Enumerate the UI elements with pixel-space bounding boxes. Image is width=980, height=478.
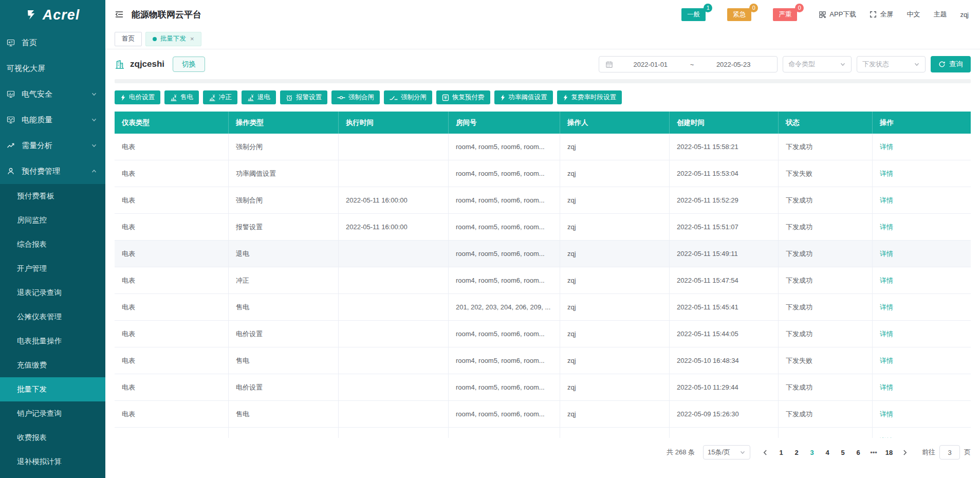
- alarm-badge-general[interactable]: 一般1: [681, 8, 706, 21]
- action-alarm-setting-button[interactable]: 报警设置: [280, 90, 327, 104]
- lightning-icon: [563, 94, 568, 101]
- action-force-close-switch-button[interactable]: 强制合闸: [331, 90, 380, 104]
- cell-operator: zqj: [560, 187, 670, 213]
- topbar-user[interactable]: zqj: [960, 11, 969, 19]
- date-range-picker[interactable]: 2022-01-01 ~ 2022-05-23: [599, 56, 778, 72]
- section-divider: [115, 79, 971, 83]
- detail-link[interactable]: 详情: [880, 196, 893, 204]
- close-icon[interactable]: ×: [190, 35, 194, 43]
- action-price-setting-button[interactable]: 电价设置: [115, 90, 160, 104]
- sidebar-item-big-screen[interactable]: 可视化大屏: [0, 56, 105, 81]
- sidebar-subitem[interactable]: 电表批量操作: [0, 329, 105, 353]
- sidebar-subitem[interactable]: 公摊仪表管理: [0, 305, 105, 329]
- column-header-operator[interactable]: 操作人: [560, 112, 670, 134]
- column-header-action[interactable]: 操作: [873, 112, 971, 134]
- cell-exec: 2022-05-11 16:00:00: [339, 187, 449, 213]
- sidebar-item-demand-analysis[interactable]: 需量分析: [0, 133, 105, 158]
- sidebar-subitem[interactable]: 预付费看板: [0, 184, 105, 208]
- detail-link[interactable]: 详情: [880, 277, 893, 284]
- page-number-5[interactable]: 5: [837, 449, 848, 456]
- tab-batch-dispatch[interactable]: 批量下发×: [145, 32, 201, 46]
- cell-created: 2022-05-09 15:26:30: [670, 401, 779, 427]
- topbar-fullscreen[interactable]: 全屏: [870, 10, 893, 19]
- sidebar-subitem[interactable]: 退表记录查询: [0, 281, 105, 305]
- sidebar-subitem[interactable]: 充值缴费: [0, 353, 105, 377]
- alarm-badge-label: 一般: [681, 8, 706, 21]
- detail-link[interactable]: 详情: [880, 223, 893, 231]
- detail-link[interactable]: 详情: [880, 303, 893, 311]
- topbar-fullscreen-label: 全屏: [880, 10, 893, 19]
- command-type-placeholder: 命令类型: [788, 60, 815, 69]
- sidebar-item-power-quality[interactable]: 电能质量: [0, 107, 105, 133]
- detail-link[interactable]: 详情: [880, 410, 893, 418]
- action-power-threshold-button[interactable]: 功率阈值设置: [494, 90, 553, 104]
- next-page-button[interactable]: [901, 449, 908, 456]
- menu-fold-icon[interactable]: [115, 10, 124, 19]
- column-header-meter[interactable]: 仪表类型: [115, 112, 229, 134]
- chevron-down-icon: [840, 61, 846, 67]
- page-number-2[interactable]: 2: [791, 449, 802, 456]
- alarm-badge-urgent[interactable]: 紧急0: [727, 8, 751, 21]
- filter-row: zqjceshi 切换 2022-01-01 ~ 2022-05-23 命令类型…: [115, 49, 971, 79]
- detail-link[interactable]: 详情: [880, 330, 893, 338]
- column-header-exec[interactable]: 执行时间: [339, 112, 449, 134]
- sidebar-subitem[interactable]: 销户记录查询: [0, 401, 105, 426]
- alarm-badge-critical[interactable]: 严重0: [773, 8, 797, 21]
- pagination: 共 268 条15条/页123456•••18前往页: [115, 445, 971, 459]
- action-restore-prepaid-button[interactable]: 恢复预付费: [436, 90, 490, 104]
- date-start[interactable]: 2022-01-01: [613, 61, 688, 68]
- action-label: 售电: [180, 93, 193, 102]
- action-reversal-button[interactable]: 冲正: [203, 90, 237, 104]
- sidebar-subitem[interactable]: 开户管理: [0, 256, 105, 281]
- sidebar-subitem[interactable]: 房间监控: [0, 208, 105, 232]
- dispatch-status-select[interactable]: 下发状态: [857, 56, 926, 72]
- cell-created: 2022-05-10 16:48:34: [670, 347, 779, 374]
- command-type-select[interactable]: 命令类型: [783, 56, 852, 72]
- sidebar-item-electrical-safety[interactable]: 电气安全: [0, 81, 105, 107]
- switch-project-button[interactable]: 切换: [173, 57, 205, 72]
- sidebar-item-prepaid-management[interactable]: 预付费管理: [0, 158, 105, 184]
- column-header-created[interactable]: 创建时间: [670, 112, 779, 134]
- date-end[interactable]: 2022-05-23: [696, 61, 771, 68]
- page-number-3[interactable]: 3: [806, 449, 818, 456]
- goto-page-input[interactable]: [939, 445, 960, 459]
- detail-link[interactable]: 详情: [880, 383, 893, 391]
- sidebar-subitem[interactable]: 收费报表: [0, 426, 105, 450]
- query-button[interactable]: 查询: [931, 56, 971, 72]
- sidebar-subitem[interactable]: 批量下发: [0, 377, 105, 401]
- page-ellipsis[interactable]: •••: [868, 449, 879, 456]
- page-size-select[interactable]: 15条/页: [703, 445, 750, 459]
- action-force-open-switch-button[interactable]: 强制分闸: [384, 90, 432, 104]
- alarm-icon: [286, 94, 293, 101]
- page-number-4[interactable]: 4: [822, 449, 833, 456]
- prev-page-button[interactable]: [762, 449, 769, 456]
- column-header-status[interactable]: 状态: [779, 112, 873, 134]
- action-sell-power-button[interactable]: 售电: [164, 90, 199, 104]
- detail-link[interactable]: 详情: [880, 143, 893, 151]
- column-header-rooms[interactable]: 房间号: [449, 112, 560, 134]
- page-number-6[interactable]: 6: [853, 449, 864, 456]
- action-refund-power-button[interactable]: 退电: [242, 90, 276, 104]
- action-label: 强制合闸: [348, 93, 374, 102]
- table-row: 电表电价设置room4, room5, room6, room...zqj202…: [115, 321, 971, 347]
- sidebar-subitem[interactable]: 综合报表: [0, 232, 105, 256]
- table-row: 电表报警设置2022-05-11 16:00:00room4, room5, r…: [115, 214, 971, 241]
- column-header-op[interactable]: 操作类型: [229, 112, 339, 134]
- page-number-1[interactable]: 1: [775, 449, 787, 456]
- detail-link[interactable]: 详情: [880, 357, 893, 364]
- cell-rooms: room4, room5, room6, room...: [449, 401, 560, 427]
- topbar-theme[interactable]: 主题: [933, 10, 947, 19]
- sidebar-item-home[interactable]: 首页: [0, 30, 105, 56]
- detail-link[interactable]: 详情: [880, 250, 893, 258]
- tab-home[interactable]: 首页: [115, 32, 142, 46]
- sidebar-subitem[interactable]: 退补模拟计算: [0, 450, 105, 474]
- detail-link[interactable]: 详情: [880, 170, 893, 177]
- chevron-left-icon: [762, 449, 769, 456]
- cell-op: 电价设置: [229, 374, 339, 400]
- topbar-app-download[interactable]: APP下载: [819, 10, 856, 19]
- alarm-count: 0: [795, 4, 804, 12]
- action-tariff-period-button[interactable]: 复费率时段设置: [557, 90, 622, 104]
- detail-link[interactable]: 详情: [880, 437, 893, 438]
- topbar-language[interactable]: 中文: [907, 10, 920, 19]
- page-number-18[interactable]: 18: [883, 449, 895, 456]
